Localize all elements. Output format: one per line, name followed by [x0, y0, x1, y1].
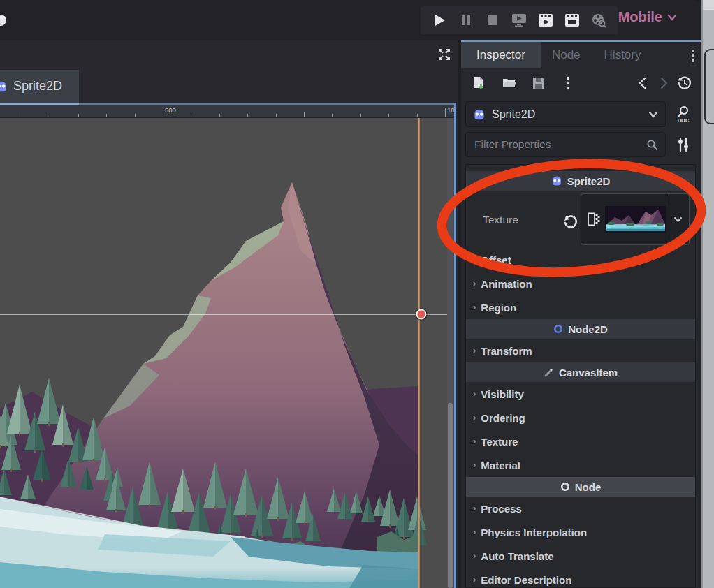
editor-topbar: Mobile	[0, 0, 701, 40]
texture-property-label: Texture	[483, 214, 518, 226]
scene-tab-sprite2d[interactable]: Sprite2D	[0, 70, 79, 103]
section-ordering[interactable]: ›Ordering	[466, 406, 695, 429]
expand-viewport-icon[interactable]	[436, 46, 453, 63]
chevron-down-icon	[648, 111, 658, 118]
inspector-dock: Inspector Node History	[461, 40, 701, 588]
window-shadow-edge	[701, 0, 703, 588]
section-visibility[interactable]: ›Visibility	[466, 382, 695, 406]
property-list-rows: ›Offset›Animation›RegionNode2D›Transform…	[466, 248, 695, 588]
category-canvasitem[interactable]: CanvasItem	[466, 362, 695, 382]
doc-button-label: DOC	[678, 117, 690, 124]
run-profile-dropdown[interactable]: Mobile	[618, 9, 677, 25]
texture-options-dropdown[interactable]	[666, 194, 689, 244]
viewport-focus-border-right	[454, 103, 456, 588]
play-custom-scene-button[interactable]	[563, 11, 581, 29]
sprite2d-icon	[551, 175, 562, 186]
section-process[interactable]: ›Process	[466, 497, 695, 520]
new-resource-button[interactable]	[468, 73, 489, 94]
viewport-boundary-line	[418, 118, 420, 588]
resource-menu-icon[interactable]	[558, 73, 578, 94]
section-texture[interactable]: ›Texture	[466, 429, 695, 453]
scene-tab-label: Sprite2D	[13, 79, 62, 94]
sprite2d-icon	[473, 108, 486, 121]
tab-node[interactable]: Node	[541, 42, 592, 68]
open-docs-button[interactable]: DOC	[671, 104, 696, 125]
playback-controls	[421, 6, 618, 34]
texture-resource-picker[interactable]	[581, 193, 690, 245]
category-node2d[interactable]: Node2D	[466, 319, 695, 339]
background-window-control	[704, 49, 714, 124]
revert-property-icon[interactable]	[562, 214, 578, 230]
edited-object-selector[interactable]: Sprite2D	[465, 101, 666, 127]
search-icon	[646, 139, 658, 151]
remote-debug-button[interactable]	[510, 11, 528, 29]
axis-line	[0, 314, 450, 315]
section-material[interactable]: ›Material	[466, 453, 695, 477]
horizontal-ruler: 5001000	[0, 105, 454, 118]
clipped-toolbar-icon	[0, 15, 6, 26]
run-profile-label: Mobile	[618, 9, 662, 25]
section-animation[interactable]: ›Animation	[466, 272, 695, 295]
history-forward-button[interactable]	[653, 73, 674, 94]
background-window-strip	[701, 0, 714, 588]
godot-editor-window: Mobile Sprite2D	[0, 0, 714, 588]
sprite2d-icon	[0, 80, 8, 93]
scene-artwork	[0, 118, 454, 588]
property-list: Sprite2D Texture	[465, 164, 696, 588]
scene-canvas[interactable]	[0, 118, 454, 588]
section-auto-translate[interactable]: ›Auto Translate	[466, 544, 695, 568]
pivot-handle[interactable]	[417, 310, 426, 319]
filter-properties-input[interactable]	[473, 138, 646, 152]
section-physics-interpolation[interactable]: ›Physics Interpolation	[466, 520, 695, 544]
chevron-down-icon	[667, 14, 677, 21]
category-sprite2d[interactable]: Sprite2D	[466, 171, 695, 191]
section-offset[interactable]: ›Offset	[466, 248, 695, 272]
texture-thumbnail[interactable]	[605, 206, 666, 233]
filter-properties-field	[465, 132, 666, 157]
object-history-button[interactable]	[674, 73, 695, 94]
play-button[interactable]	[430, 11, 449, 29]
property-tools-icon[interactable]	[672, 134, 694, 155]
save-resource-button[interactable]	[528, 73, 549, 94]
viewport-scrollbar-thumb[interactable]	[448, 403, 453, 588]
load-resource-button[interactable]	[499, 73, 520, 94]
tab-menu-icon[interactable]	[691, 49, 695, 66]
category-node[interactable]: Node	[466, 477, 695, 497]
section-region[interactable]: ›Region	[466, 295, 695, 319]
movie-maker-button[interactable]	[590, 11, 608, 29]
edit-texture-icon[interactable]	[581, 212, 605, 226]
edited-object-value: Sprite2D	[492, 108, 642, 121]
category-label: Sprite2D	[567, 175, 611, 187]
tab-inspector[interactable]: Inspector	[461, 42, 541, 68]
play-scene-button[interactable]	[537, 11, 555, 29]
stop-button[interactable]	[483, 11, 502, 29]
texture-property-row: Texture	[466, 191, 695, 248]
ruler-mark-label: 1000	[447, 106, 454, 114]
tab-history[interactable]: History	[592, 42, 654, 68]
inspector-tab-bar: Inspector Node History	[461, 42, 701, 68]
section-transform[interactable]: ›Transform	[466, 339, 695, 362]
section-editor-description[interactable]: ›Editor Description	[466, 568, 695, 588]
inspector-toolbar	[461, 68, 701, 98]
history-back-button[interactable]	[632, 73, 653, 94]
canvas-dock: Sprite2D 5001000	[0, 40, 458, 588]
pause-button[interactable]	[457, 11, 475, 29]
ruler-mark-label: 500	[165, 106, 176, 114]
